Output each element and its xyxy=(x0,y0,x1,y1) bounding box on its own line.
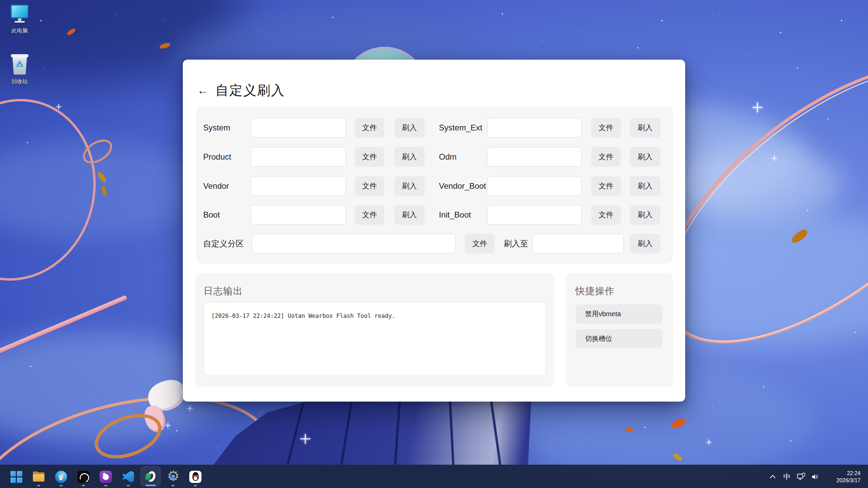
vscode-icon xyxy=(122,471,134,483)
partition-label-product: Product xyxy=(203,147,231,167)
wallpaper-sparkle xyxy=(56,104,62,110)
flash-to-target-input[interactable] xyxy=(533,234,624,253)
partition-input-vendor-boot[interactable] xyxy=(487,176,582,196)
flash-button-vendor[interactable]: 刷入 xyxy=(394,176,425,196)
this-pc-icon xyxy=(9,4,30,24)
partition-input-boot[interactable] xyxy=(251,205,346,225)
windows-start-icon xyxy=(10,471,22,483)
taskbar-start-button[interactable] xyxy=(9,465,24,488)
running-indicator xyxy=(37,485,40,486)
file-button-vendor[interactable]: 文件 xyxy=(355,176,384,196)
flash-tool-window: ← 自定义刷入 System 文件 刷入 System_Ext 文件 刷入 Pr… xyxy=(183,60,685,402)
clock-time: 22:24 xyxy=(823,470,861,477)
desktop-icon-label: 此电脑 xyxy=(12,27,28,35)
taskbar-apps: ⚙ xyxy=(9,465,203,488)
file-button-vendor-boot[interactable]: 文件 xyxy=(591,176,621,196)
flash-button-odm[interactable]: 刷入 xyxy=(630,147,660,167)
desktop-icon-recycle-bin[interactable]: 回收站 xyxy=(2,54,37,85)
partition-label-init-boot: Init_Boot xyxy=(439,205,471,225)
github-icon xyxy=(100,471,112,483)
form-row-vendor: Vendor 文件 刷入 Vendor_Boot 文件 刷入 xyxy=(196,176,673,196)
file-button-product[interactable]: 文件 xyxy=(355,147,384,167)
running-indicator xyxy=(127,485,130,486)
network-status-button[interactable] xyxy=(794,465,808,488)
clock-date: 2026/3/17 xyxy=(823,477,861,484)
running-indicator xyxy=(60,485,63,486)
file-button-odm[interactable]: 文件 xyxy=(591,147,621,167)
speaker-icon xyxy=(811,473,820,481)
file-button-init-boot[interactable]: 文件 xyxy=(591,205,621,225)
edge-browser-icon xyxy=(55,471,67,483)
volume-button[interactable] xyxy=(808,465,823,488)
partition-input-product[interactable] xyxy=(251,147,346,167)
taskbar-settings[interactable]: ⚙ xyxy=(166,465,180,488)
desktop-icon-this-pc[interactable]: 此电脑 xyxy=(2,4,37,35)
file-button-boot[interactable]: 文件 xyxy=(355,205,384,225)
custom-partition-label: 自定义分区 xyxy=(203,234,244,253)
file-button-system[interactable]: 文件 xyxy=(355,118,384,138)
switch-slot-button[interactable]: 切换槽位 xyxy=(576,329,662,348)
partition-label-vendor: Vendor xyxy=(203,176,229,196)
taskbar-github[interactable] xyxy=(98,465,113,488)
flash-button-product[interactable]: 刷入 xyxy=(394,147,425,167)
wallpaper-sparkle xyxy=(706,440,712,445)
flash-button-init-boot[interactable]: 刷入 xyxy=(630,205,660,225)
wallpaper-sparkle xyxy=(165,423,171,428)
show-hidden-icons-button[interactable] xyxy=(766,465,780,488)
file-button-system-ext[interactable]: 文件 xyxy=(591,118,621,138)
partition-label-vendor-boot: Vendor_Boot xyxy=(439,176,486,196)
wallpaper-sparkle xyxy=(752,102,763,113)
wallpaper-stars xyxy=(0,0,1,1)
taskbar-edge-browser[interactable] xyxy=(54,465,69,488)
wallpaper-sparkle xyxy=(300,434,310,444)
taskbar-file-explorer[interactable] xyxy=(31,465,46,488)
disable-vbmeta-button[interactable]: 禁用vbmeta xyxy=(576,304,662,324)
form-row-custom-partition: 自定义分区 文件 刷入至 刷入 xyxy=(196,234,673,253)
desktop-icon-label: 回收站 xyxy=(12,78,28,85)
qq-penguin-icon xyxy=(189,471,201,483)
running-indicator xyxy=(172,485,175,486)
partition-label-system: System xyxy=(203,118,230,138)
dark-flash-app-icon xyxy=(77,471,90,483)
taskbar-vscode[interactable] xyxy=(121,465,136,488)
flash-button-system-ext[interactable]: 刷入 xyxy=(630,118,660,138)
desktop: 此电脑 回收站 ← 自定义刷入 System 文件 刷入 System_Ext … xyxy=(0,0,868,488)
custom-partition-file-button[interactable]: 文件 xyxy=(465,234,495,253)
taskbar-qq[interactable] xyxy=(188,465,203,488)
settings-gear-icon: ⚙ xyxy=(167,471,179,483)
flash-button-vendor-boot[interactable]: 刷入 xyxy=(630,176,660,196)
log-line: [2026-03-17 22:24:22] Uotan Wearbox Flas… xyxy=(211,312,538,321)
partition-label-odm: Odm xyxy=(439,147,457,167)
taskbar: ⚙ 中 xyxy=(0,465,868,488)
ime-indicator[interactable]: 中 xyxy=(780,465,794,488)
flash-button-boot[interactable]: 刷入 xyxy=(394,205,425,225)
form-row-system: System 文件 刷入 System_Ext 文件 刷入 xyxy=(196,118,673,138)
flash-form-card: System 文件 刷入 System_Ext 文件 刷入 Product 文件… xyxy=(196,106,673,264)
taskbar-uotan-wearbox-active[interactable] xyxy=(143,465,158,488)
running-indicator xyxy=(194,485,197,486)
back-button[interactable]: ← xyxy=(197,83,209,98)
wallpaper-sparkle xyxy=(187,406,193,411)
partition-input-init-boot[interactable] xyxy=(487,205,582,225)
file-explorer-icon xyxy=(33,471,45,483)
form-row-boot: Boot 文件 刷入 Init_Boot 文件 刷入 xyxy=(196,205,673,225)
partition-input-vendor[interactable] xyxy=(251,176,346,196)
flash-button-system[interactable]: 刷入 xyxy=(394,118,425,138)
taskbar-tray: 中 22:24 2026/3 xyxy=(766,465,868,488)
quick-actions-title: 快捷操作 xyxy=(575,285,615,298)
log-output-card: 日志输出 [2026-03-17 22:24:22] Uotan Wearbox… xyxy=(195,273,554,387)
custom-partition-image-input[interactable] xyxy=(252,234,456,253)
page-title: 自定义刷入 xyxy=(215,81,285,100)
form-row-product: Product 文件 刷入 Odm 文件 刷入 xyxy=(196,147,673,167)
partition-input-odm[interactable] xyxy=(487,147,582,167)
active-running-indicator xyxy=(146,485,156,486)
recycle-bin-icon xyxy=(9,54,30,75)
custom-partition-flash-button[interactable]: 刷入 xyxy=(630,234,660,253)
taskbar-dark-flash-app[interactable] xyxy=(76,465,91,488)
partition-input-system-ext[interactable] xyxy=(487,118,582,138)
taskbar-clock[interactable]: 22:24 2026/3/17 xyxy=(823,470,861,484)
wallpaper-sparkle xyxy=(772,156,777,161)
partition-label-boot: Boot xyxy=(203,205,220,225)
partition-input-system[interactable] xyxy=(251,118,346,138)
chevron-up-icon xyxy=(769,473,776,481)
